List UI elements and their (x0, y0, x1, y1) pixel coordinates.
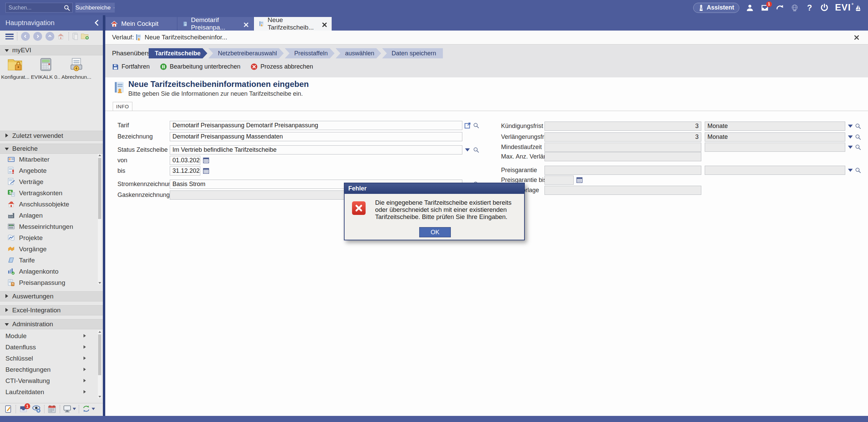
abort-process-button[interactable]: Prozess abbrechen (251, 63, 313, 70)
globe-icon[interactable] (790, 3, 799, 12)
admin-item-laufzeitdaten[interactable]: Laufzeitdaten (0, 386, 97, 398)
section-zuletzt-verwendet[interactable]: Zuletzt verwendet (0, 131, 103, 141)
power-icon[interactable] (820, 3, 829, 12)
assistant-button[interactable]: Assistent (693, 3, 739, 13)
sidebar-item-tarife[interactable]: Tarife (0, 255, 97, 266)
dropdown-icon[interactable] (848, 135, 853, 139)
lookup-icon[interactable] (855, 134, 861, 142)
section-myevi[interactable]: myEVI (0, 45, 103, 55)
tab-demotarif-preisanpassung[interactable]: Demotarif Preisanpa... (178, 17, 253, 31)
tab-mein-cockpit[interactable]: Mein Cockpit (106, 17, 177, 31)
sidebar-item-anlagen[interactable]: Anlagen (0, 210, 97, 221)
sidebar-item-messeinrichtungen[interactable]: Messeinrichtungen (0, 221, 97, 232)
search-icon[interactable] (63, 4, 70, 13)
nav-back-button[interactable] (21, 32, 30, 41)
bezeichnung-input[interactable]: Demotarif Preisanpassung Massendaten (170, 132, 462, 141)
scroll-down-icon[interactable] (98, 396, 101, 398)
tile-evikalk[interactable]: EVIKALK 0... (31, 58, 61, 80)
phase-step-daten-speichern[interactable]: Daten speichern (382, 48, 443, 58)
mindestlaufzeit-input[interactable] (544, 143, 701, 152)
section-excel-integration[interactable]: Excel-Integration (0, 305, 103, 315)
dropdown-icon[interactable] (465, 148, 470, 151)
sidebar-item-projekte[interactable]: Projekte (0, 232, 97, 243)
scroll-up-icon[interactable] (98, 154, 101, 156)
calendar-icon[interactable] (203, 157, 209, 165)
history-item[interactable]: Neue Tarifzeitscheibeninfor... (145, 31, 227, 44)
kuendigungsfrist-input[interactable]: 3 (544, 122, 701, 131)
sidebar-item-mitarbeiter[interactable]: Mitarbeiter (0, 154, 97, 165)
dropdown-icon[interactable] (848, 125, 853, 128)
lookup-icon[interactable] (855, 167, 861, 175)
sidebar-collapse-button[interactable] (94, 19, 99, 28)
preisgarantie-bis-input[interactable] (544, 176, 574, 185)
scrollbar-thumb[interactable] (98, 158, 101, 219)
open-record-icon[interactable] (464, 122, 471, 130)
tile-abrechnung[interactable]: Abrechnun... (61, 58, 91, 80)
nav-forward-button[interactable] (33, 32, 42, 41)
sidebar-item-anlagenkonto[interactable]: Anlagenkonto (0, 266, 97, 277)
paste-icon[interactable] (72, 32, 79, 42)
tab-neue-tarifzeitscheibe[interactable]: Neue Tarifzeitscheib... (254, 17, 332, 31)
status-zeitscheibe-select[interactable]: Im Vertrieb befindliche Tarifzeitscheibe (170, 145, 462, 154)
nav-up-button[interactable] (45, 32, 54, 41)
lookup-icon[interactable] (855, 144, 861, 152)
menu-icon[interactable] (5, 34, 14, 39)
tab-close-icon[interactable] (244, 21, 248, 26)
vorlage-input[interactable] (544, 186, 701, 195)
sidebar-scrollbar[interactable] (98, 154, 101, 285)
lookup-icon[interactable] (855, 123, 861, 131)
phase-step-preisstaffeln[interactable]: Preisstaffeln (285, 48, 335, 58)
scroll-down-icon[interactable] (98, 282, 101, 284)
admin-item-schluessel[interactable]: Schlüssel (0, 353, 97, 364)
sidebar-item-preisanpassung[interactable]: Preisanpassung (0, 277, 97, 288)
max-anz-verlaeng-input[interactable] (544, 152, 701, 161)
sidebar-item-angebote[interactable]: Angebote (0, 165, 97, 176)
tile-konfiguration[interactable]: Konfigurat... (0, 58, 30, 80)
search-input[interactable] (6, 3, 60, 12)
kuendigungsfrist-unit-input[interactable]: Monate (705, 122, 845, 131)
admin-item-datenfluss[interactable]: Datenfluss (0, 342, 97, 353)
help-button[interactable]: ? (805, 3, 814, 12)
admin-item-berechtigungen[interactable]: Berechtigungen (0, 364, 97, 375)
monitor-eye-icon[interactable] (32, 405, 41, 415)
bis-date-input[interactable]: 31.12.2023 (170, 166, 200, 176)
phase-step-netzbetreiberauswahl[interactable]: Netzbetreiberauswahl (208, 48, 284, 58)
preisgarantie-unit-input[interactable] (705, 166, 845, 175)
lookup-icon[interactable] (473, 122, 479, 130)
dropdown-icon[interactable] (848, 146, 853, 149)
verlaengerungsfrist-unit-input[interactable]: Monate (705, 132, 845, 142)
section-bereiche[interactable]: Bereiche (0, 144, 103, 154)
tab-close-icon[interactable] (322, 21, 327, 26)
admin-item-cti-verwaltung[interactable]: CTI-Verwaltung (0, 375, 97, 386)
section-administration[interactable]: Administration (0, 319, 103, 329)
von-date-input[interactable]: 01.03.2020 (170, 156, 200, 165)
sidebar-scrollbar[interactable] (98, 330, 101, 398)
user-icon[interactable] (745, 3, 754, 12)
inbox-icon[interactable]: 1 (19, 405, 28, 415)
mindestlaufzeit-unit-input[interactable] (705, 143, 845, 152)
sync-menu-button[interactable] (82, 405, 95, 412)
calendar-icon[interactable] (576, 177, 583, 184)
lookup-icon[interactable] (473, 147, 479, 154)
dialog-title[interactable]: Fehler (345, 183, 524, 194)
calendar-icon[interactable] (203, 168, 209, 175)
phase-step-auswaehlen[interactable]: auswählen (336, 48, 381, 58)
nav-home-icon[interactable] (57, 33, 64, 41)
section-auswertungen[interactable]: Auswertungen (0, 291, 103, 301)
sidebar-item-vorgaenge[interactable]: Vorgänge (0, 243, 97, 255)
tarif-input[interactable]: Demotarif Preisanpassung Demotarif Preis… (170, 121, 462, 130)
search-scope-button[interactable]: Suchbereiche (75, 3, 115, 13)
calendar-icon[interactable] (48, 405, 56, 415)
redo-icon[interactable] (775, 3, 784, 12)
sidebar-item-anschlussobjekte[interactable]: Anschlussobjekte (0, 199, 97, 210)
phase-step-tarifzeitscheibe[interactable]: Tarifzeitscheibe (149, 48, 207, 58)
tab-info[interactable]: INFO (113, 102, 132, 111)
screen-menu-button[interactable] (63, 405, 76, 412)
ok-button[interactable]: OK (419, 227, 451, 237)
inbox-icon[interactable]: 1 (760, 3, 769, 12)
sidebar-item-vertragskonten[interactable]: $ Vertragskonten (0, 187, 97, 199)
scroll-up-icon[interactable] (98, 331, 101, 333)
continue-button[interactable]: Fortfahren (112, 63, 150, 70)
verlaengerungsfrist-input[interactable]: 3 (544, 132, 701, 142)
close-icon[interactable] (854, 35, 859, 41)
